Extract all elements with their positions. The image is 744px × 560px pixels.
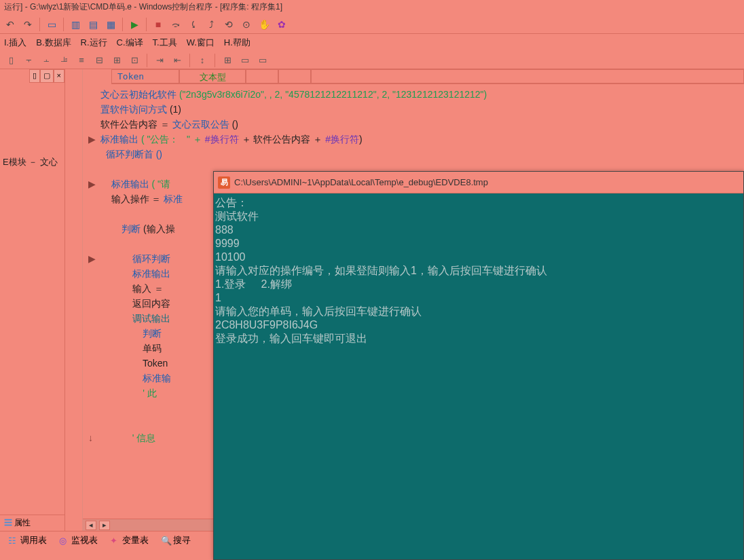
console-window: 易 C:\Users\ADMINI~1\AppData\Local\Temp\e… xyxy=(213,171,744,560)
separator xyxy=(189,54,190,67)
t6-icon[interactable]: ▭ xyxy=(256,54,269,67)
align6-icon[interactable]: ⊟ xyxy=(92,54,106,67)
th-type: 文本型 xyxy=(179,69,246,83)
align2-icon[interactable]: ⫟ xyxy=(22,54,35,67)
window-title: 运行] - G:\wlyz\1新验证\CMD单码.e - Windows控制台程… xyxy=(0,0,744,15)
scroll-left-icon[interactable]: ◂ xyxy=(86,521,96,530)
console-line: 9999 xyxy=(214,237,743,250)
step-icon[interactable]: ⟲ xyxy=(221,17,236,32)
side-tab-1[interactable]: ▯ xyxy=(29,69,40,83)
console-line: 请输入对应的操作编号，如果登陆则输入1，输入后按回车键进行确认 xyxy=(214,264,743,278)
side-tab-2[interactable]: ▢ xyxy=(40,69,54,83)
tab-search[interactable]: 🔍搜寻 xyxy=(155,532,196,548)
th-c5 xyxy=(311,69,744,83)
properties-icon: ☰ xyxy=(4,518,12,527)
console-line: 请输入您的单码，输入后按回车键进行确认 xyxy=(214,305,743,318)
vars-icon: ✦ xyxy=(110,536,119,545)
menu-database[interactable]: B.数据库 xyxy=(36,37,71,49)
side-tab-close[interactable]: × xyxy=(54,69,64,83)
code-line[interactable]: 置软件访问方式 (1) xyxy=(88,102,744,117)
tab-label: 搜寻 xyxy=(173,534,191,546)
th-c3 xyxy=(246,69,278,83)
redo-icon[interactable]: ↷ xyxy=(20,17,35,32)
side-tab-label: 属性 xyxy=(14,518,31,527)
t2-icon[interactable]: ⇤ xyxy=(170,54,184,67)
menu-insert[interactable]: I.插入 xyxy=(4,37,26,49)
side-panel: ▯ ▢ × E模块 － 文心 ☰ 属性 xyxy=(0,69,65,531)
tab-label: 调用表 xyxy=(20,534,47,546)
th-c4 xyxy=(278,69,311,83)
code-line[interactable]: 软件公告内容 ＝ 文心云取公告 () xyxy=(88,117,744,132)
calltable-icon: ☷ xyxy=(8,536,18,545)
code-line[interactable]: 文心云初始化软件 ("2n3g5v3r8x6i7i2o", , 2, "4578… xyxy=(88,87,744,102)
tab-label: 监视表 xyxy=(71,534,98,546)
code-line[interactable]: ▶标准输出 ( "公告： " ＋ #换行符 ＋ 软件公告内容 ＋ #换行符) xyxy=(88,132,744,147)
run-icon[interactable]: ▶ xyxy=(127,17,142,32)
gutter xyxy=(65,69,83,531)
console-line: 1.登录 2.解绑 xyxy=(214,278,743,291)
console-titlebar[interactable]: 易 C:\Users\ADMINI~1\AppData\Local\Temp\e… xyxy=(214,172,743,193)
layout2-icon[interactable]: ▤ xyxy=(86,17,100,32)
step-out-icon[interactable]: ⤴ xyxy=(204,17,219,32)
menu-tools[interactable]: T.工具 xyxy=(153,37,177,49)
console-line: 公告： xyxy=(214,196,743,210)
menu-run[interactable]: R.运行 xyxy=(81,37,107,49)
code-line[interactable]: 循环判断首 () xyxy=(88,147,744,162)
menu-window[interactable]: W.窗口 xyxy=(187,37,215,49)
hand-icon[interactable]: ✋ xyxy=(257,17,272,32)
search-icon: 🔍 xyxy=(161,536,170,545)
side-panel-tabs: ▯ ▢ × xyxy=(29,69,64,83)
console-line: 登录成功，输入回车键即可退出 xyxy=(214,332,743,346)
separator xyxy=(122,18,123,31)
t3-icon[interactable]: ↕ xyxy=(196,54,209,67)
align8-icon[interactable]: ⊡ xyxy=(128,54,141,67)
breakpoint-icon[interactable]: ⊙ xyxy=(239,17,254,32)
separator xyxy=(39,18,40,31)
step-into-icon[interactable]: ⤹ xyxy=(186,17,201,32)
menu-help[interactable]: H.帮助 xyxy=(224,37,250,49)
th-name: Token xyxy=(111,69,179,83)
menu-compile[interactable]: C.编译 xyxy=(117,37,143,49)
scroll-right-icon[interactable]: ▸ xyxy=(99,521,110,530)
console-line: 2C8H8U3F9P8I6J4G xyxy=(214,318,743,332)
align5-icon[interactable]: ≡ xyxy=(75,54,88,67)
tab-watch[interactable]: ◎监视表 xyxy=(54,532,103,548)
window-icon[interactable]: ▭ xyxy=(44,17,59,32)
separator xyxy=(146,18,147,31)
tab-calltable[interactable]: ☷调用表 xyxy=(3,532,52,548)
separator xyxy=(63,18,64,31)
layout3-icon[interactable]: ▦ xyxy=(103,17,118,32)
separator xyxy=(147,54,147,67)
watch-icon: ◎ xyxy=(59,536,69,545)
console-line: 1 xyxy=(214,291,743,305)
align4-icon[interactable]: ⫡ xyxy=(57,54,71,67)
console-output[interactable]: 公告： 测试软件 888 9999 10100 请输入对应的操作编号，如果登陆则… xyxy=(214,193,743,346)
console-title: C:\Users\ADMINI~1\AppData\Local\Temp\e_d… xyxy=(234,177,488,187)
menu-bar: I.插入 B.数据库 R.运行 C.编译 T.工具 W.窗口 H.帮助 xyxy=(0,34,744,52)
align1-icon[interactable]: ▯ xyxy=(4,54,18,67)
side-tab-properties[interactable]: ☰ 属性 xyxy=(0,515,64,531)
console-line: 888 xyxy=(214,223,743,237)
side-module-label: E模块 － 文心 xyxy=(3,156,58,168)
t4-icon[interactable]: ⊞ xyxy=(221,54,234,67)
var-table-header: Token 文本型 xyxy=(111,69,744,84)
main-toolbar: ↶ ↷ ▭ ▥ ▤ ▦ ▶ ■ ⤼ ⤹ ⤴ ⟲ ⊙ ✋ ✿ xyxy=(0,15,744,34)
step-over-icon[interactable]: ⤼ xyxy=(168,17,183,32)
align3-icon[interactable]: ⫠ xyxy=(39,54,53,67)
tab-vars[interactable]: ✦变量表 xyxy=(105,532,154,548)
separator xyxy=(215,54,215,67)
layout1-icon[interactable]: ▥ xyxy=(68,17,83,32)
t1-icon[interactable]: ⇥ xyxy=(153,54,166,67)
console-app-icon: 易 xyxy=(218,176,230,189)
console-line: 10100 xyxy=(214,250,743,264)
console-line: 测试软件 xyxy=(214,210,743,223)
format-toolbar: ▯ ⫟ ⫠ ⫡ ≡ ⊟ ⊞ ⊡ ⇥ ⇤ ↕ ⊞ ▭ ▭ xyxy=(0,52,744,69)
t5-icon[interactable]: ▭ xyxy=(238,54,252,67)
tool1-icon[interactable]: ✿ xyxy=(274,17,289,32)
undo-icon[interactable]: ↶ xyxy=(3,17,18,32)
stop-icon[interactable]: ■ xyxy=(151,17,166,32)
align7-icon[interactable]: ⊞ xyxy=(110,54,124,67)
tab-label: 变量表 xyxy=(122,534,149,546)
